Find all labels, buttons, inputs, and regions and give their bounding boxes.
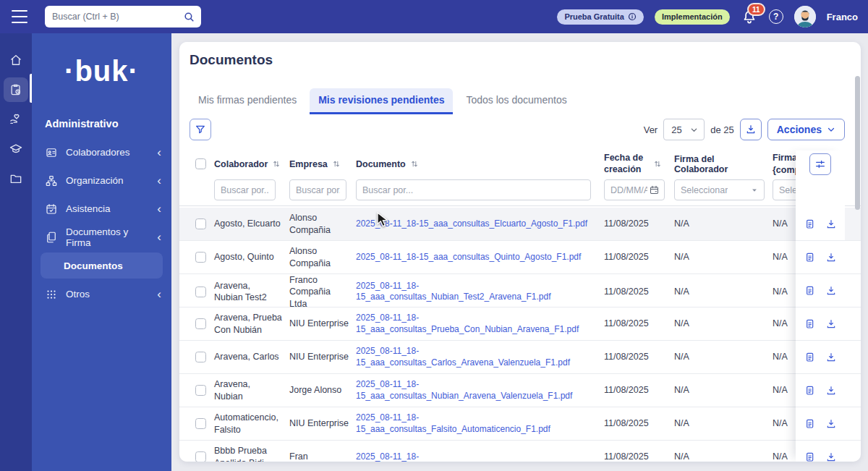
cell-firma-colaborador: N/A	[674, 218, 773, 229]
rail-home-icon[interactable]	[4, 48, 28, 72]
cell-empresa: Alonso Compañia	[289, 245, 356, 269]
tab-mis-firmas-pendientes[interactable]: Mis firmas pendientes	[190, 88, 305, 114]
sidebar-item-colaboradores[interactable]: Colaboradores ‹	[32, 138, 171, 166]
table-row[interactable]: Aravena, Prueba Con Nubián NIU Enterpris…	[179, 307, 861, 341]
download-document-button[interactable]	[825, 418, 837, 430]
select-all-checkbox[interactable]	[195, 158, 206, 169]
download-document-button[interactable]	[825, 385, 837, 396]
row-checkbox[interactable]	[195, 318, 206, 329]
table-row[interactable]: Bbbb Prueba Apellido Bidi Fran 2025_08-1…	[179, 441, 861, 462]
search-input[interactable]	[52, 12, 183, 22]
view-document-button[interactable]	[804, 385, 816, 396]
cell-documento-link[interactable]: 2025_08-11_18-15_aaa_consultas_Carlos_Ar…	[356, 346, 604, 368]
sidebar-item-label: Colaboradores	[66, 147, 149, 158]
download-document-button[interactable]	[825, 451, 837, 462]
sort-icon[interactable]	[653, 159, 662, 169]
sidebar-item-otros[interactable]: Otros ‹	[32, 280, 171, 308]
firma-colaborador-filter-select[interactable]: Seleccionar	[674, 179, 765, 200]
column-header-empresa[interactable]: Empresa	[289, 159, 356, 169]
hamburger-menu-icon[interactable]	[12, 10, 27, 23]
view-document-button[interactable]	[804, 218, 816, 230]
sidebar-item-asistencia[interactable]: Asistencia ‹	[32, 195, 171, 223]
column-label: Colaborador	[214, 159, 268, 169]
table-row[interactable]: Agosto, Elcuarto Alonso Compañia 2025_08…	[179, 208, 861, 241]
fecha-filter-input[interactable]: DD/MM/AAAA	[604, 179, 665, 200]
rail-files-icon[interactable]	[4, 166, 28, 191]
cell-firma-colaborador: N/A	[674, 318, 773, 329]
filter-button[interactable]	[190, 119, 211, 140]
download-icon	[825, 352, 837, 363]
cell-fecha: 11/08/2025	[604, 318, 674, 329]
table-rows: Agosto, Elcuarto Alonso Compañia 2025_08…	[179, 208, 861, 462]
download-document-button[interactable]	[825, 352, 837, 363]
row-checkbox[interactable]	[195, 385, 206, 396]
sort-icon[interactable]	[272, 159, 281, 169]
column-header-firma-colaborador[interactable]: Firma del Colaborador	[674, 154, 773, 174]
view-document-button[interactable]	[804, 252, 816, 263]
cell-documento-link[interactable]: 2025_08-11_18-	[356, 451, 604, 462]
sort-icon[interactable]	[332, 159, 341, 169]
table-row[interactable]: Aravena, Carlos NIU Enterprise 2025_08-1…	[179, 341, 861, 374]
view-document-button[interactable]	[804, 451, 816, 462]
download-document-button[interactable]	[825, 285, 837, 297]
download-document-button[interactable]	[825, 252, 837, 263]
column-settings-button[interactable]	[809, 153, 831, 175]
help-button[interactable]: ?	[769, 9, 783, 24]
row-checkbox[interactable]	[195, 252, 206, 263]
cell-firma-colaborador: N/A	[674, 451, 773, 462]
row-checkbox[interactable]	[195, 418, 206, 429]
empresa-filter-input[interactable]	[289, 179, 346, 200]
tab-todos-los-documentos[interactable]: Todos los documentos	[457, 88, 575, 114]
column-header-fecha-creacion[interactable]: Fecha de creación	[604, 153, 674, 175]
column-header-colaborador[interactable]: Colaborador	[214, 159, 289, 169]
download-document-button[interactable]	[825, 318, 837, 330]
view-document-button[interactable]	[804, 285, 816, 297]
row-checkbox[interactable]	[195, 352, 206, 362]
notifications-button[interactable]: 11	[741, 8, 758, 25]
trial-badge-label: Prueba Gratuita	[564, 12, 624, 21]
row-checkbox[interactable]	[195, 451, 206, 462]
row-checkbox[interactable]	[195, 287, 206, 297]
cell-documento-link[interactable]: 2025_08-11_18-15_aaa_consultas_Falsito_A…	[356, 412, 604, 435]
cell-documento-link[interactable]: 2025_08-11_18-15_aaa_consultas_Nubian_Te…	[356, 281, 604, 303]
table-row[interactable]: Agosto, Quinto Alonso Compañia 2025_08-1…	[179, 241, 861, 274]
row-checkbox[interactable]	[195, 218, 206, 229]
documento-filter-input[interactable]	[356, 179, 591, 200]
cell-documento-link[interactable]: 2025_08-11_18-15_aaa_consultas_Nubian_Ar…	[356, 379, 604, 402]
table-row[interactable]: Aravena, Nubian Jorge Alonso 2025_08-11_…	[179, 374, 861, 407]
search-icon[interactable]	[183, 11, 195, 23]
table-row[interactable]: Aravena, Nubian Test2 Franco Compañia Lt…	[179, 274, 861, 307]
cell-empresa: NIU Enterprise	[289, 351, 356, 362]
tab-mis-revisiones-pendientes[interactable]: Mis revisiones pendientes	[310, 88, 453, 114]
column-header-documento[interactable]: Documento	[356, 159, 604, 169]
implementation-badge[interactable]: Implementación	[655, 9, 730, 25]
trial-badge[interactable]: Prueba Gratuita	[557, 9, 644, 25]
sidebar-item-documentos-y-firma[interactable]: Documentos y Firma ‹	[32, 223, 171, 251]
cell-colaborador: Aravena, Nubian Test2	[214, 280, 289, 304]
global-search[interactable]	[45, 6, 201, 27]
rail-benefits-icon[interactable]	[4, 107, 28, 132]
avatar[interactable]	[794, 6, 816, 27]
view-document-button[interactable]	[804, 352, 816, 363]
sort-icon[interactable]	[410, 159, 419, 169]
view-document-button[interactable]	[804, 418, 816, 430]
vertical-scrollbar[interactable]	[855, 76, 860, 210]
rail-training-icon[interactable]	[4, 137, 28, 161]
icon-rail	[0, 33, 32, 471]
sidebar-item-documentos-active[interactable]: Documentos	[41, 253, 163, 279]
download-document-button[interactable]	[825, 218, 837, 230]
cell-colaborador: Aravena, Carlos	[214, 351, 289, 362]
sidebar-item-organizacion[interactable]: Organización ‹	[32, 166, 171, 195]
rail-tasks-icon[interactable]	[4, 77, 28, 102]
cell-documento-link[interactable]: 2025_08-11_18-15_aaa_consultas_Prueba_Co…	[356, 313, 604, 335]
download-icon	[825, 218, 837, 230]
acciones-button[interactable]: Acciones	[767, 119, 845, 140]
cell-empresa: Fran	[289, 451, 356, 462]
table-row[interactable]: Automaticencio, Falsito NIU Enterprise 2…	[179, 407, 861, 441]
cell-documento-link[interactable]: 2025_08-11_18-15_aaa_consultas_Elcuarto_…	[356, 218, 604, 230]
page-size-select[interactable]: 25	[663, 119, 705, 140]
export-button[interactable]	[740, 119, 762, 140]
cell-documento-link[interactable]: 2025_08-11_18-15_aaa_consultas_Quinto_Ag…	[356, 252, 604, 263]
colaborador-filter-input[interactable]	[214, 179, 276, 200]
view-document-button[interactable]	[804, 318, 816, 330]
